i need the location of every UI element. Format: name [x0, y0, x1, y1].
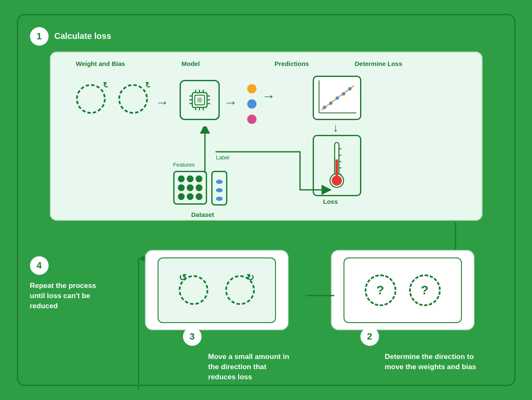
- arrow-wb-model: →: [156, 95, 169, 110]
- main-card: 1 Calculate loss Weight and Bias Model P…: [17, 14, 516, 386]
- arrow-model-pred: →: [224, 95, 237, 110]
- svg-text:↻: ↻: [246, 273, 254, 283]
- step1-badge: 1: [30, 27, 49, 46]
- svg-point-26: [348, 87, 352, 90]
- svg-text:↺: ↺: [179, 273, 186, 283]
- step4-text: Repeat the process until loss can't be r…: [30, 281, 98, 311]
- step2-circle-1: ?: [365, 274, 396, 306]
- step3-circle-1: ↺: [177, 273, 210, 307]
- arrow-step3-wb: [132, 256, 145, 393]
- predictions-label: Predictions: [275, 60, 309, 67]
- determine-loss-label: Determine Loss: [355, 60, 403, 67]
- arrow-pred-loss1: →: [262, 88, 276, 104]
- arrow-chart-loss: ↓: [333, 121, 339, 134]
- dataset-caption: Dataset: [191, 211, 214, 218]
- weight-circle-1: ↻: [74, 82, 108, 118]
- step4-badge: 4: [30, 256, 49, 275]
- step2-text: Determine the direction to move the weig…: [385, 352, 482, 372]
- model-box: [180, 80, 220, 120]
- svg-point-0: [77, 85, 105, 113]
- loss-caption: Loss: [323, 198, 338, 205]
- arrow-label-loss: [216, 145, 334, 198]
- svg-rect-18: [197, 98, 202, 102]
- step3-inner: ↺ ↻: [158, 258, 276, 323]
- svg-point-2: [119, 85, 147, 113]
- step3-card: ↺ ↻: [145, 250, 289, 330]
- svg-point-25: [342, 92, 345, 96]
- arrow-dataset-model: [199, 126, 211, 175]
- top-card: Weight and Bias Model Predictions Determ…: [50, 52, 483, 221]
- svg-point-23: [329, 101, 333, 105]
- arrow-step2-step3: [306, 289, 335, 304]
- step2-card: ? ?: [331, 250, 475, 330]
- step3-circle-2: ↻: [223, 273, 257, 307]
- svg-text:↻: ↻: [103, 82, 108, 90]
- svg-point-24: [336, 96, 339, 100]
- weight-circle-2: ↻: [116, 82, 150, 118]
- step2-inner: ? ?: [344, 258, 462, 323]
- prediction-dots: [247, 84, 256, 124]
- step3-text: Move a small amount in the direction tha…: [208, 352, 293, 382]
- svg-text:↻: ↻: [145, 82, 150, 90]
- step1-label: Calculate loss: [55, 31, 112, 41]
- step3-badge: 3: [183, 327, 202, 346]
- weight-bias-label: Weight and Bias: [76, 60, 125, 67]
- determine-loss-chart: [313, 76, 361, 120]
- svg-point-22: [323, 106, 326, 109]
- features-label: Features: [173, 162, 195, 168]
- step2-badge: 2: [360, 327, 379, 346]
- step2-circle-2: ?: [409, 274, 441, 306]
- model-label: Model: [182, 60, 200, 67]
